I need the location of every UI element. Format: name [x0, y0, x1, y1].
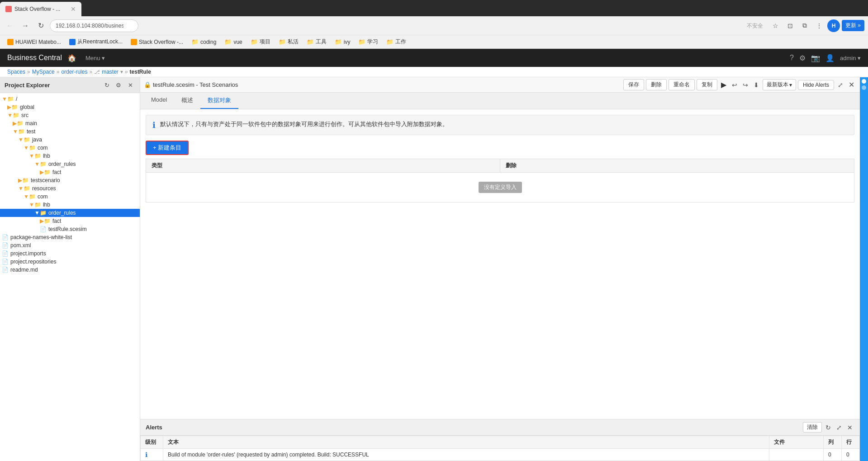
tree-item-global[interactable]: ▶📁 global: [0, 103, 140, 111]
tree-item-readme[interactable]: 📄 readme.md: [0, 266, 140, 274]
tree-item-java[interactable]: ▼📁 java: [0, 136, 140, 144]
tree-item-order-rules2[interactable]: ▼📁 order_rules: [0, 209, 140, 217]
close-editor-button[interactable]: ✕: [847, 80, 856, 90]
maximize-button[interactable]: ⤢: [836, 80, 845, 89]
alert-row: ℹ Build of module 'order-rules' (request…: [141, 449, 860, 461]
alerts-refresh-button[interactable]: ↻: [824, 422, 833, 433]
bookmark-star-button[interactable]: ☆: [769, 19, 782, 32]
redo-button[interactable]: ↪: [741, 80, 750, 89]
reload-button[interactable]: ↻: [34, 19, 47, 32]
tree-item-order-rules1[interactable]: ▼📁 order_rules: [0, 160, 140, 168]
explorer-actions: ↻ ⚙ ✕: [102, 80, 135, 90]
lock-icon: 🔒: [144, 81, 151, 88]
update-button[interactable]: 更新 »: [842, 20, 864, 31]
undo-button[interactable]: ↩: [730, 80, 739, 89]
tree-label-readme: readme.md: [10, 267, 38, 273]
forward-button[interactable]: →: [19, 19, 32, 32]
browser-tab-active[interactable]: Stack Overflow - ... ✕: [0, 2, 81, 16]
alerts-col-level: 级别: [141, 436, 163, 449]
explorer-close-button[interactable]: ✕: [125, 80, 135, 90]
breadcrumb-myspace[interactable]: MySpace: [32, 69, 55, 75]
bookmark-folder-icon-vue: 📁: [224, 38, 232, 45]
close-tab-icon[interactable]: ✕: [71, 5, 76, 13]
no-data-button[interactable]: 没有定义导入: [479, 182, 522, 193]
breadcrumb-spaces[interactable]: Spaces: [7, 69, 25, 75]
tree-item-src[interactable]: ▼📁 src: [0, 111, 140, 119]
tree-item-lhb2[interactable]: ▼📁 lhb: [0, 201, 140, 209]
help-icon[interactable]: ?: [790, 54, 794, 62]
side-panel-dot-2[interactable]: [862, 85, 866, 90]
user-icon[interactable]: 👤: [825, 54, 835, 62]
back-button[interactable]: ←: [4, 19, 16, 32]
extensions-button[interactable]: ⧉: [798, 19, 811, 32]
bookmark-coding[interactable]: 📁 coding: [188, 37, 220, 47]
rename-button[interactable]: 重命名: [669, 79, 695, 90]
bookmark-reentrant[interactable]: 从ReentrantLock...: [66, 37, 126, 47]
tree-item-resources[interactable]: ▼📁 resources: [0, 184, 140, 193]
menu-button[interactable]: Menu ▾: [82, 53, 109, 63]
alert-col: 0: [824, 449, 842, 461]
tree-item-lhb1[interactable]: ▼📁 lhb: [0, 152, 140, 160]
bookmark-label-reentrant: 从ReentrantLock...: [77, 38, 123, 46]
explorer-refresh-button[interactable]: ↻: [102, 80, 112, 90]
breadcrumb-sep1: »: [27, 69, 30, 75]
breadcrumb-master[interactable]: master: [102, 69, 119, 75]
tree-item-main[interactable]: ▶📁 main: [0, 119, 140, 127]
camera-icon[interactable]: 📷: [811, 54, 820, 62]
tab-model[interactable]: Model: [144, 93, 174, 109]
main-content: Project Explorer ↻ ⚙ ✕ ▼📁 / ▶📁 global: [0, 77, 868, 461]
tree-label-resources: resources: [32, 185, 56, 192]
tree-item-project-imports[interactable]: 📄 project.imports: [0, 249, 140, 258]
explorer-settings-button[interactable]: ⚙: [114, 80, 123, 90]
bookmark-label-huawei: HUAWEI Matebo...: [15, 39, 61, 45]
alerts-maximize-button[interactable]: ⤢: [835, 422, 844, 433]
tree-item-com1[interactable]: ▼📁 com: [0, 144, 140, 152]
bookmark-ivy[interactable]: 📁 ivy: [331, 37, 354, 47]
tree-item-project-repos[interactable]: 📄 project.repositories: [0, 258, 140, 266]
breadcrumb-dropdown-icon[interactable]: ▾: [120, 69, 123, 75]
delete-button[interactable]: 删除: [646, 79, 667, 90]
tree-item-fact1[interactable]: ▶📁 fact: [0, 168, 140, 176]
browser-toolbar: ← → ↻ 不安全 ☆ ⊡ ⧉ ⋮ H 更新 »: [0, 16, 868, 35]
tree-item-root[interactable]: ▼📁 /: [0, 95, 140, 103]
tree-item-testscenario[interactable]: ▶📁 testscenario: [0, 176, 140, 184]
tree-item-package-names[interactable]: 📄 package-names-white-list: [0, 233, 140, 241]
settings-button[interactable]: ⋮: [813, 19, 825, 32]
home-icon[interactable]: 🏠: [67, 54, 76, 62]
tree-item-fact2[interactable]: ▶📁 fact: [0, 217, 140, 225]
save-button[interactable]: 保存: [623, 79, 644, 90]
bookmark-project[interactable]: 📁 项目: [247, 37, 274, 47]
alerts-close-button[interactable]: ✕: [845, 422, 854, 433]
settings-icon[interactable]: ⚙: [799, 54, 806, 62]
bookmark-tools[interactable]: 📁 工具: [303, 37, 330, 47]
profile-button[interactable]: H: [827, 19, 840, 32]
download-button[interactable]: ⬇: [752, 80, 761, 89]
play-button[interactable]: ▶: [719, 80, 728, 90]
bookmark-study[interactable]: 📁 学习: [355, 37, 382, 47]
bookmarks-bar: HUAWEI Matebo... 从ReentrantLock... Stack…: [0, 35, 868, 49]
tree-item-test[interactable]: ▼📁 test: [0, 127, 140, 136]
bookmark-private[interactable]: 📁 私活: [275, 37, 302, 47]
address-bar[interactable]: [50, 19, 138, 32]
collections-button[interactable]: ⊡: [784, 19, 797, 32]
bookmark-huawei[interactable]: HUAWEI Matebo...: [4, 38, 65, 47]
file-tree: ▼📁 / ▶📁 global ▼📁 src ▶📁 main ▼📁: [0, 93, 140, 461]
breadcrumb-branch: ⎇ master ▾: [94, 69, 123, 75]
side-panel-dot-1[interactable]: [862, 79, 866, 84]
tab-overview[interactable]: 概述: [174, 93, 200, 109]
hide-alerts-button[interactable]: Hide Alerts: [798, 80, 834, 90]
bookmark-stackoverflow[interactable]: Stack Overflow -...: [127, 38, 187, 47]
alerts-col-col: 列: [824, 436, 842, 449]
tree-item-testrule-scesim[interactable]: 📄 testRule.scesim: [0, 225, 140, 233]
version-button[interactable]: 最新版本 ▾: [763, 79, 796, 90]
tab-data-objects[interactable]: 数据对象: [200, 93, 238, 109]
bookmark-vue[interactable]: 📁 vue: [221, 37, 246, 47]
bookmark-work[interactable]: 📁 工作: [383, 37, 410, 47]
tree-label-global: global: [20, 104, 34, 110]
new-item-button[interactable]: + 新建条目: [146, 141, 189, 155]
alerts-clear-button[interactable]: 清除: [803, 422, 822, 433]
tree-item-com2[interactable]: ▼📁 com: [0, 193, 140, 201]
breadcrumb-order-rules[interactable]: order-rules: [61, 69, 87, 75]
tree-item-pom[interactable]: 📄 pom.xml: [0, 241, 140, 249]
copy-button[interactable]: 复制: [697, 79, 717, 90]
